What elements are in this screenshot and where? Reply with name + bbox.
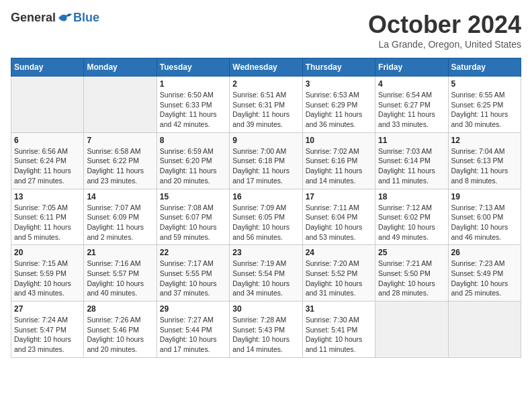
calendar-day-cell: 4Sunrise: 6:54 AMSunset: 6:27 PMDaylight… — [375, 77, 448, 133]
weekday-header: Monday — [84, 58, 157, 77]
day-number: 22 — [160, 248, 226, 257]
day-number: 7 — [87, 136, 153, 145]
day-number: 13 — [14, 192, 81, 201]
day-info: Sunrise: 7:11 AMSunset: 6:04 PMDaylight:… — [306, 203, 372, 242]
calendar-week-row: 27Sunrise: 7:24 AMSunset: 5:47 PMDayligh… — [11, 302, 521, 358]
day-info: Sunrise: 7:04 AMSunset: 6:13 PMDaylight:… — [451, 146, 518, 186]
day-number: 31 — [306, 304, 372, 314]
calendar-day-cell: 5Sunrise: 6:55 AMSunset: 6:25 PMDaylight… — [448, 77, 521, 133]
day-number: 30 — [232, 304, 299, 314]
day-info: Sunrise: 7:17 AMSunset: 5:55 PMDaylight:… — [160, 259, 226, 298]
calendar-day-cell: 7Sunrise: 6:58 AMSunset: 6:22 PMDaylight… — [84, 132, 157, 189]
day-info: Sunrise: 7:07 AMSunset: 6:09 PMDaylight:… — [87, 203, 153, 242]
day-number: 21 — [87, 248, 153, 257]
calendar-week-row: 1Sunrise: 6:50 AMSunset: 6:33 PMDaylight… — [11, 77, 521, 133]
day-number: 20 — [14, 248, 81, 257]
calendar-day-cell: 3Sunrise: 6:53 AMSunset: 6:29 PMDaylight… — [302, 77, 375, 133]
calendar-day-cell: 26Sunrise: 7:23 AMSunset: 5:49 PMDayligh… — [448, 245, 521, 302]
day-number: 28 — [87, 304, 153, 314]
day-info: Sunrise: 7:19 AMSunset: 5:54 PMDaylight:… — [232, 259, 299, 298]
calendar-day-cell: 19Sunrise: 7:13 AMSunset: 6:00 PMDayligh… — [448, 189, 521, 245]
calendar-day-cell: 8Sunrise: 6:59 AMSunset: 6:20 PMDaylight… — [157, 132, 229, 189]
day-number: 3 — [306, 79, 372, 89]
day-info: Sunrise: 7:27 AMSunset: 5:44 PMDaylight:… — [160, 315, 226, 355]
calendar-day-cell: 18Sunrise: 7:12 AMSunset: 6:02 PMDayligh… — [375, 189, 448, 245]
day-number: 9 — [232, 136, 299, 145]
day-info: Sunrise: 7:05 AMSunset: 6:11 PMDaylight:… — [14, 203, 81, 242]
day-number: 11 — [378, 136, 445, 145]
day-number: 25 — [378, 248, 445, 257]
day-number: 2 — [232, 79, 299, 89]
calendar-day-cell: 11Sunrise: 7:03 AMSunset: 6:14 PMDayligh… — [375, 132, 448, 189]
calendar-day-cell: 1Sunrise: 6:50 AMSunset: 6:33 PMDaylight… — [157, 77, 229, 133]
calendar-day-cell: 21Sunrise: 7:16 AMSunset: 5:57 PMDayligh… — [84, 245, 157, 302]
calendar-day-cell: 16Sunrise: 7:09 AMSunset: 6:05 PMDayligh… — [230, 189, 302, 245]
day-info: Sunrise: 6:50 AMSunset: 6:33 PMDaylight:… — [160, 90, 226, 130]
logo: General Blue — [11, 11, 99, 25]
calendar-day-cell: 27Sunrise: 7:24 AMSunset: 5:47 PMDayligh… — [11, 302, 84, 358]
calendar-day-cell: 6Sunrise: 6:56 AMSunset: 6:24 PMDaylight… — [11, 132, 84, 189]
day-info: Sunrise: 6:55 AMSunset: 6:25 PMDaylight:… — [451, 90, 518, 130]
calendar-day-cell: 25Sunrise: 7:21 AMSunset: 5:50 PMDayligh… — [375, 245, 448, 302]
calendar-day-cell: 23Sunrise: 7:19 AMSunset: 5:54 PMDayligh… — [230, 245, 302, 302]
day-info: Sunrise: 7:02 AMSunset: 6:16 PMDaylight:… — [306, 146, 372, 186]
day-number: 8 — [160, 136, 226, 145]
day-info: Sunrise: 6:56 AMSunset: 6:24 PMDaylight:… — [14, 146, 81, 186]
title-section: October 2024 La Grande, Oregon, United S… — [368, 11, 521, 50]
day-info: Sunrise: 7:21 AMSunset: 5:50 PMDaylight:… — [378, 259, 445, 298]
day-info: Sunrise: 7:23 AMSunset: 5:49 PMDaylight:… — [451, 259, 518, 298]
weekday-header: Thursday — [302, 58, 375, 77]
weekday-header: Sunday — [11, 58, 84, 77]
calendar-day-cell: 9Sunrise: 7:00 AMSunset: 6:18 PMDaylight… — [230, 132, 302, 189]
day-number: 6 — [14, 136, 81, 145]
day-number: 26 — [451, 248, 518, 257]
day-info: Sunrise: 7:09 AMSunset: 6:05 PMDaylight:… — [232, 203, 299, 242]
day-number: 19 — [451, 192, 518, 201]
day-info: Sunrise: 7:13 AMSunset: 6:00 PMDaylight:… — [451, 203, 518, 242]
calendar-day-cell: 17Sunrise: 7:11 AMSunset: 6:04 PMDayligh… — [302, 189, 375, 245]
day-info: Sunrise: 7:16 AMSunset: 5:57 PMDaylight:… — [87, 259, 153, 298]
day-info: Sunrise: 7:03 AMSunset: 6:14 PMDaylight:… — [378, 146, 445, 186]
page-header: General Blue October 2024 La Grande, Ore… — [11, 11, 521, 50]
day-info: Sunrise: 7:24 AMSunset: 5:47 PMDaylight:… — [14, 315, 81, 355]
day-number: 1 — [160, 79, 226, 89]
day-number: 27 — [14, 304, 81, 314]
calendar-table: SundayMondayTuesdayWednesdayThursdayFrid… — [11, 58, 521, 358]
day-number: 14 — [87, 192, 153, 201]
location: La Grande, Oregon, United States — [368, 39, 521, 50]
logo-bird-icon — [57, 11, 73, 25]
calendar-day-cell: 20Sunrise: 7:15 AMSunset: 5:59 PMDayligh… — [11, 245, 84, 302]
calendar-day-cell: 13Sunrise: 7:05 AMSunset: 6:11 PMDayligh… — [11, 189, 84, 245]
calendar-day-cell: 29Sunrise: 7:27 AMSunset: 5:44 PMDayligh… — [157, 302, 229, 358]
calendar-day-cell: 14Sunrise: 7:07 AMSunset: 6:09 PMDayligh… — [84, 189, 157, 245]
day-info: Sunrise: 6:54 AMSunset: 6:27 PMDaylight:… — [378, 90, 445, 130]
day-info: Sunrise: 7:30 AMSunset: 5:41 PMDaylight:… — [306, 315, 372, 355]
weekday-header: Wednesday — [230, 58, 302, 77]
calendar-day-cell — [11, 77, 84, 133]
day-number: 16 — [232, 192, 299, 201]
calendar-day-cell: 31Sunrise: 7:30 AMSunset: 5:41 PMDayligh… — [302, 302, 375, 358]
calendar-day-cell — [84, 77, 157, 133]
day-number: 24 — [306, 248, 372, 257]
calendar-week-row: 13Sunrise: 7:05 AMSunset: 6:11 PMDayligh… — [11, 189, 521, 245]
calendar-day-cell — [375, 302, 448, 358]
calendar-day-cell: 28Sunrise: 7:26 AMSunset: 5:46 PMDayligh… — [84, 302, 157, 358]
calendar-day-cell: 10Sunrise: 7:02 AMSunset: 6:16 PMDayligh… — [302, 132, 375, 189]
day-info: Sunrise: 7:00 AMSunset: 6:18 PMDaylight:… — [232, 146, 299, 186]
day-number: 12 — [451, 136, 518, 145]
weekday-header: Tuesday — [157, 58, 229, 77]
day-number: 23 — [232, 248, 299, 257]
day-info: Sunrise: 7:12 AMSunset: 6:02 PMDaylight:… — [378, 203, 445, 242]
day-info: Sunrise: 7:28 AMSunset: 5:43 PMDaylight:… — [232, 315, 299, 355]
day-info: Sunrise: 6:53 AMSunset: 6:29 PMDaylight:… — [306, 90, 372, 130]
weekday-header: Saturday — [448, 58, 521, 77]
calendar-week-row: 6Sunrise: 6:56 AMSunset: 6:24 PMDaylight… — [11, 132, 521, 189]
day-number: 18 — [378, 192, 445, 201]
logo-general-text: General — [11, 11, 56, 25]
day-number: 5 — [451, 79, 518, 89]
day-number: 10 — [306, 136, 372, 145]
calendar-day-cell: 12Sunrise: 7:04 AMSunset: 6:13 PMDayligh… — [448, 132, 521, 189]
month-title: October 2024 — [368, 11, 521, 39]
logo-blue-text: Blue — [73, 11, 99, 25]
day-info: Sunrise: 6:51 AMSunset: 6:31 PMDaylight:… — [232, 90, 299, 130]
